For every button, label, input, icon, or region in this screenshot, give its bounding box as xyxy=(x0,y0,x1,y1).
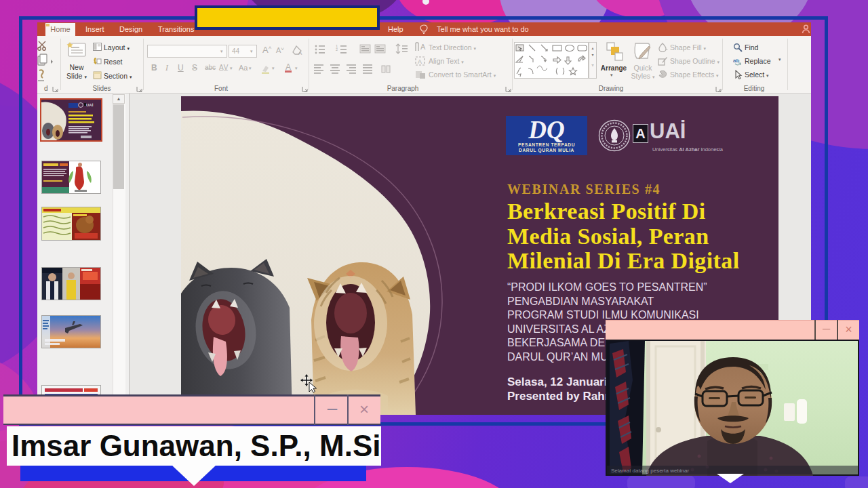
svg-text:UAİ: UAİ xyxy=(86,103,94,107)
svg-text:2: 2 xyxy=(336,47,338,52)
svg-text:Selamat datang peserta webinar: Selamat datang peserta webinar xyxy=(611,468,690,474)
svg-text:A: A xyxy=(298,50,302,56)
svg-text:A: A xyxy=(420,43,426,51)
svg-text:A: A xyxy=(418,58,422,65)
